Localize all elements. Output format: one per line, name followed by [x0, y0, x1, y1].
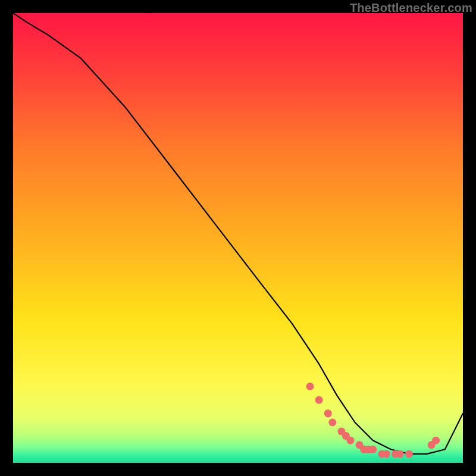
marker-point — [306, 383, 314, 390]
marker-point — [396, 450, 404, 458]
gradient-background — [13, 13, 463, 463]
marker-point — [405, 450, 413, 458]
marker-point — [328, 419, 336, 427]
plot-area — [13, 13, 463, 463]
marker-point — [432, 437, 440, 444]
marker-point — [383, 450, 390, 458]
chart-canvas — [13, 13, 463, 463]
chart-frame: TheBottlenecker.com — [0, 0, 476, 476]
marker-point — [324, 409, 332, 417]
marker-point — [369, 446, 377, 453]
marker-point — [347, 437, 355, 444]
attribution-text: TheBottlenecker.com — [350, 1, 472, 15]
marker-point — [315, 396, 323, 404]
